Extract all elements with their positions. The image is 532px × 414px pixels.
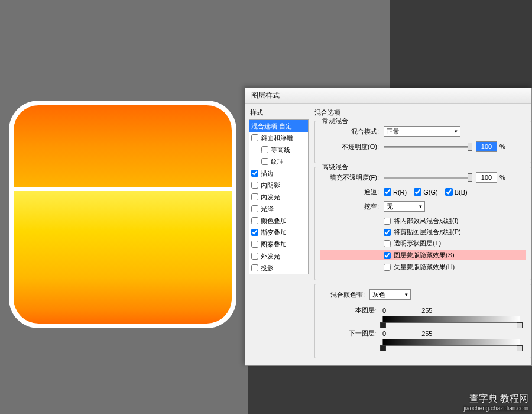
icon-bottom-gradient	[14, 191, 232, 324]
this-lo: 0	[382, 307, 386, 314]
blendif-value: 灰色	[372, 290, 385, 299]
style-row[interactable]: 外发光	[249, 250, 308, 262]
opacity-label: 不透明度(O):	[320, 143, 379, 151]
knockout-value: 无	[387, 202, 393, 211]
channel-g-check[interactable]	[414, 188, 421, 196]
dialog-title[interactable]: 图层样式	[245, 88, 531, 104]
fill-opacity-slider[interactable]	[384, 173, 472, 182]
channels-label: 通道:	[320, 187, 379, 196]
options-panel: 混合选项 常规混合 混合模式: 正常 不透明度(O): % 高级混合	[312, 104, 531, 365]
channel-g[interactable]: G(G)	[414, 188, 437, 196]
style-checkbox[interactable]	[251, 229, 258, 236]
advanced-blending-group: 高级混合 填充不透明度(F): % 通道: R(R) G(G) B(B)	[314, 167, 531, 280]
knockout-label: 挖空:	[320, 202, 379, 211]
style-row[interactable]: 斜面和浮雕	[249, 132, 308, 144]
stop-white[interactable]	[517, 345, 523, 351]
style-row[interactable]: 内发光	[249, 191, 308, 203]
channel-b-check[interactable]	[445, 188, 453, 196]
style-row[interactable]: 描边	[249, 167, 308, 179]
under-layer-gradient[interactable]	[382, 339, 520, 346]
style-checkbox[interactable]	[251, 205, 258, 212]
style-label: 颜色叠加	[261, 216, 287, 225]
watermark-main: 查字典 教程网	[463, 393, 528, 405]
opacity-slider[interactable]	[384, 143, 472, 151]
general-blending-group: 常规混合 混合模式: 正常 不透明度(O): %	[314, 121, 531, 163]
style-checkbox[interactable]	[251, 134, 258, 141]
knockout-select[interactable]: 无	[384, 201, 425, 212]
style-row[interactable]: 混合选项:自定	[249, 120, 308, 132]
styles-panel: 样式 混合选项:自定斜面和浮雕等高线纹理描边内阴影内发光光泽颜色叠加渐变叠加图案…	[245, 104, 312, 365]
style-label: 斜面和浮雕	[261, 134, 293, 143]
under-lo: 0	[382, 330, 386, 337]
style-label: 描边	[261, 169, 274, 178]
style-label: 等高线	[271, 145, 290, 154]
adv-option-check[interactable]	[384, 229, 391, 236]
styles-header: 样式	[249, 108, 309, 117]
style-checkbox[interactable]	[251, 182, 258, 189]
adv-option-check[interactable]	[384, 264, 391, 271]
style-checkbox[interactable]	[251, 241, 258, 248]
blending-section-label: 混合选项	[314, 108, 531, 117]
blend-mode-value: 正常	[387, 127, 400, 136]
adv-option-row[interactable]: 图层蒙版隐藏效果(S)	[320, 250, 526, 260]
style-label: 纹理	[271, 157, 284, 166]
advanced-group-title: 高级混合	[320, 163, 351, 172]
adv-option-row[interactable]: 矢量蒙版隐藏效果(H)	[320, 263, 526, 271]
style-row[interactable]: 渐变叠加	[249, 227, 308, 238]
channel-b[interactable]: B(B)	[445, 188, 468, 196]
stop-black[interactable]	[380, 322, 386, 328]
stop-white[interactable]	[517, 322, 523, 328]
style-label: 内发光	[261, 193, 280, 202]
fill-unit: %	[499, 174, 505, 181]
blendif-select[interactable]: 灰色	[369, 289, 411, 300]
style-label: 渐变叠加	[261, 228, 287, 237]
styles-list[interactable]: 混合选项:自定斜面和浮雕等高线纹理描边内阴影内发光光泽颜色叠加渐变叠加图案叠加外…	[249, 119, 309, 274]
style-label: 光泽	[261, 205, 274, 214]
canvas-top	[0, 0, 390, 95]
opacity-input[interactable]	[476, 141, 497, 152]
style-row[interactable]: 等高线	[249, 144, 308, 156]
style-row[interactable]: 纹理	[249, 156, 308, 167]
icon-top-gradient	[14, 105, 232, 187]
style-row[interactable]: 光泽	[249, 203, 308, 215]
opacity-unit: %	[499, 143, 505, 150]
style-label: 内阴影	[261, 181, 280, 190]
adv-option-check[interactable]	[384, 252, 391, 259]
channel-r[interactable]: R(R)	[384, 188, 407, 196]
adv-option-row[interactable]: 透明形状图层(T)	[320, 239, 526, 248]
blendif-label: 混合颜色带:	[320, 290, 365, 299]
style-checkbox[interactable]	[251, 193, 258, 200]
this-hi: 255	[421, 307, 432, 314]
adv-option-check[interactable]	[384, 240, 391, 247]
style-row[interactable]: 内阴影	[249, 179, 308, 191]
style-checkbox[interactable]	[251, 170, 258, 177]
adv-option-label: 图层蒙版隐藏效果(S)	[394, 251, 455, 260]
style-row[interactable]: 图案叠加	[249, 238, 308, 250]
adv-option-label: 将内部效果混合成组(I)	[394, 216, 458, 225]
adv-option-label: 将剪贴图层混合成组(P)	[394, 228, 461, 237]
style-row[interactable]: 投影	[249, 262, 308, 274]
this-layer-gradient[interactable]	[382, 316, 520, 323]
channel-r-check[interactable]	[384, 188, 391, 196]
style-checkbox[interactable]	[251, 264, 258, 271]
style-checkbox[interactable]	[261, 158, 268, 165]
watermark: 查字典 教程网 jiaocheng.chazidian.com	[463, 393, 528, 412]
style-checkbox[interactable]	[251, 217, 258, 224]
adv-option-check[interactable]	[384, 218, 391, 225]
style-checkbox[interactable]	[261, 146, 268, 153]
watermark-sub: jiaocheng.chazidian.com	[463, 405, 528, 412]
fill-opacity-input[interactable]	[476, 172, 497, 183]
fill-thumb[interactable]	[468, 173, 472, 182]
style-checkbox[interactable]	[251, 253, 258, 260]
adv-option-row[interactable]: 将剪贴图层混合成组(P)	[320, 228, 526, 237]
stop-black[interactable]	[380, 345, 386, 351]
opacity-thumb[interactable]	[468, 143, 472, 151]
adv-option-label: 矢量蒙版隐藏效果(H)	[394, 263, 455, 271]
adv-option-row[interactable]: 将内部效果混合成组(I)	[320, 216, 526, 225]
fill-opacity-label: 填充不透明度(F):	[320, 173, 379, 182]
general-group-title: 常规混合	[320, 117, 351, 125]
this-layer-label: 本图层:	[320, 306, 377, 315]
style-row[interactable]: 颜色叠加	[249, 215, 308, 227]
layer-style-dialog: 图层样式 样式 混合选项:自定斜面和浮雕等高线纹理描边内阴影内发光光泽颜色叠加渐…	[245, 88, 532, 366]
blend-mode-select[interactable]: 正常	[384, 126, 460, 137]
